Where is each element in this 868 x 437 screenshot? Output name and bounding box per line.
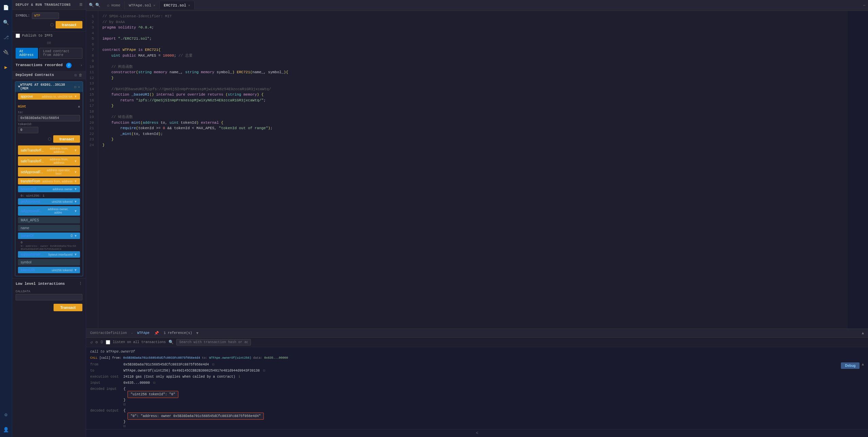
decoded-input-open: { xyxy=(123,387,837,391)
safetransfer2-params: address from, address xyxy=(45,158,73,164)
git-icon[interactable]: ⎇ xyxy=(1,33,11,42)
toolbar-count: 0 xyxy=(100,340,103,345)
load-contract-tab[interactable]: Load contract from Addre xyxy=(39,48,82,59)
approve-chevron: ▼ xyxy=(74,95,77,98)
name-button[interactable]: name xyxy=(18,225,80,231)
ref-link[interactable]: 1 reference(s) xyxy=(164,331,192,335)
decoded-input-copy-icon[interactable]: ⊡ xyxy=(123,402,126,406)
at-address-tab[interactable]: At Address xyxy=(16,48,38,59)
zoom-out-icon[interactable]: 🔍 xyxy=(89,3,94,8)
from-copy-icon[interactable]: ⊡ xyxy=(212,363,214,366)
balanceof-button[interactable]: balanceOf address owner ▼ xyxy=(18,186,80,192)
toolbar-search-icon[interactable]: 🔍 xyxy=(169,340,174,345)
zoom-in-icon[interactable]: 🔍 xyxy=(95,3,100,8)
approve-button[interactable]: approve address to, uint256 tok ▼ xyxy=(18,93,80,100)
mint-header[interactable]: mint ▲ xyxy=(18,104,80,110)
decoded-input-row: decoded input { "uint256 tokenId": "0" }… xyxy=(90,387,837,406)
pin-icon[interactable]: 📌 xyxy=(154,331,159,335)
low-level-title: Low level interactions xyxy=(16,282,65,286)
transactions-badge: 2 xyxy=(66,63,72,68)
mint-to-input[interactable] xyxy=(18,115,80,121)
publish-checkbox[interactable] xyxy=(16,34,20,38)
to-copy-icon[interactable]: ⊡ xyxy=(263,369,265,373)
plugin-icon[interactable]: 🔌 xyxy=(1,47,11,57)
hamburger-icon[interactable]: ☰ xyxy=(79,3,83,7)
maxapes-label: MAX_APES xyxy=(21,218,77,222)
mint-transact-button[interactable]: transact xyxy=(53,135,80,143)
transact-button[interactable]: transact xyxy=(56,21,82,28)
mint-copy-icon[interactable]: ⬡ xyxy=(48,137,51,142)
listen-checkbox[interactable] xyxy=(106,340,110,344)
deploy-panel-header: DEPLOY & RUN TRANSACTIONS ☰ xyxy=(12,0,86,10)
debug-button[interactable]: Debug xyxy=(841,362,860,369)
file-icon[interactable]: 📄 xyxy=(1,3,11,12)
getapproved-button[interactable]: getApproved uint256 tokenId ▼ xyxy=(18,198,80,205)
copy-contract-icon[interactable]: ⊡ xyxy=(74,85,77,89)
bottom-panel-header: ContractDefinition · WTFApe 📌 1 referenc… xyxy=(86,329,868,338)
input-copy-icon[interactable]: ⊡ xyxy=(153,381,155,385)
ownerof-button[interactable]: ownerOf 0 ▼ xyxy=(18,233,80,239)
code-editor[interactable]: // SPDX-License-Identifier: MIT // by 0x… xyxy=(98,11,848,329)
wtfape-close-icon[interactable]: ✕ xyxy=(153,3,155,7)
supportsinter-button[interactable]: supportsInter... bytes4 interfaceId ▼ xyxy=(18,251,80,258)
tab-home[interactable]: ⌂ Home xyxy=(103,1,125,9)
delete-contract-icon[interactable]: ✕ xyxy=(78,85,80,89)
getapproved-label: getApproved xyxy=(21,200,51,203)
setapproval-button[interactable]: setApprovalF... address operator, bool ▼ xyxy=(18,167,80,177)
setapproval-label: setApprovalF... xyxy=(21,170,43,174)
expand-arrow-icon[interactable]: ▼ xyxy=(196,331,199,335)
tokenuri-params: uint256 tokenId xyxy=(52,269,73,272)
expand-arrow[interactable]: < xyxy=(86,429,868,437)
balanceof-output: 0: uint256: 1 xyxy=(18,194,80,198)
copy-all-icon[interactable]: ⊡ xyxy=(74,73,77,77)
tab-end-icon[interactable]: ⋯ xyxy=(863,3,865,7)
low-level-menu-icon[interactable]: ⋮ xyxy=(79,281,82,286)
contract-instance: ▼ WTFAPE AT 0XD91..39138 (MEM ⊡ ✕ approv… xyxy=(15,81,83,276)
mint-tokenid-input[interactable] xyxy=(18,127,38,133)
toolbar-refresh-icon[interactable]: ↺ xyxy=(90,340,93,345)
supportsinter-params: bytes4 interfaceId xyxy=(48,253,73,256)
search-icon[interactable]: 🔍 xyxy=(1,18,11,27)
chevron-right-icon: › xyxy=(80,64,82,67)
symbol-label: SYMBOL: xyxy=(16,14,30,18)
tab-erc721[interactable]: ERC721.sol ✕ xyxy=(160,1,195,9)
low-level-header[interactable]: Low level interactions ⋮ xyxy=(12,278,86,289)
publish-label: Publish to IPFS xyxy=(22,34,53,38)
main-area: 🔍 🔍 ⌂ Home WTFApe.sol ✕ ERC721.sol ✕ ⋯ 1… xyxy=(86,0,868,437)
toolbar-settings-icon[interactable]: ⚙ xyxy=(95,340,98,345)
address-tabs: At Address Load contract from Addre xyxy=(12,46,86,60)
tokenuri-button[interactable]: tokenURI uint256 tokenId ▼ xyxy=(18,267,80,273)
call-details: from 0x5B38Da6a701c568545dCfc8033Fc8875f… xyxy=(90,362,837,429)
execution-row: execution cost 24110 gas (Cost only appl… xyxy=(90,375,837,379)
exec-info-icon[interactable]: ℹ xyxy=(239,375,240,379)
erc721-close-icon[interactable]: ✕ xyxy=(188,3,190,7)
contract-name-row[interactable]: ▼ WTFAPE AT 0XD91..39138 (MEM ⊡ ✕ xyxy=(15,82,83,92)
isapproved-button[interactable]: isApprovedF... address owner, addre ▼ xyxy=(18,206,80,216)
collapse-panel-icon[interactable]: ▲ xyxy=(862,331,864,335)
person-icon[interactable]: 👤 xyxy=(1,425,11,434)
symbol-button[interactable]: symbol xyxy=(18,259,80,265)
copy-icon[interactable]: ⬡ xyxy=(50,22,54,27)
transferfrom-button[interactable]: transferFrom address from, address ▼ xyxy=(18,178,80,184)
maxapes-button[interactable]: MAX_APES xyxy=(18,217,80,223)
execution-value: 24110 gas (Cost only applies when called… xyxy=(123,375,837,379)
safetransfer2-label: safeTransferF... xyxy=(21,159,44,163)
trash-icon[interactable]: 🗑 xyxy=(79,73,82,77)
search-tx-input[interactable] xyxy=(176,339,251,345)
symbol-input[interactable] xyxy=(32,13,59,19)
transact-bottom-button[interactable]: Transact xyxy=(54,304,82,311)
transactions-header[interactable]: Transactions recorded 2 › xyxy=(12,60,86,71)
settings-icon[interactable]: ⚙ xyxy=(1,410,11,419)
calldata-input[interactable] xyxy=(16,294,82,300)
collapse-icon[interactable]: ▲ xyxy=(862,362,864,366)
decoded-output-copy-icon[interactable]: ⊡ xyxy=(123,424,126,428)
home-icon: ⌂ xyxy=(107,3,110,7)
to-value: WTFApe.ownerOf(uint256) 0x49d145CCBB2B30… xyxy=(123,369,837,373)
tab-wtfape[interactable]: WTFApe.sol ✕ xyxy=(125,1,160,9)
decoded-input-close: } xyxy=(123,398,837,402)
ownerof-output-val: 0 xyxy=(21,241,77,244)
symbol-fn-label: symbol xyxy=(21,260,77,264)
safetransfer1-button[interactable]: safeTransferF... address from, address ▼ xyxy=(18,145,80,155)
safetransfer2-button[interactable]: safeTransferF... address from, address ▼ xyxy=(18,156,80,166)
run-icon[interactable]: ▶ xyxy=(1,62,11,72)
